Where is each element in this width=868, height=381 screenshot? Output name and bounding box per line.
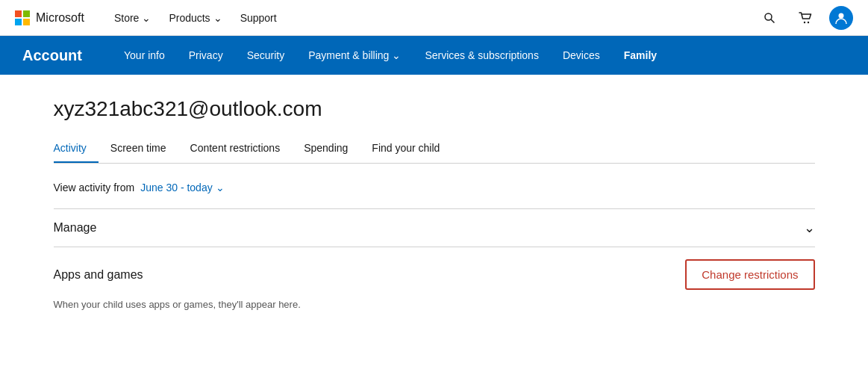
search-icon (764, 12, 775, 24)
apps-games-description: When your child uses apps or games, they… (54, 299, 815, 310)
apps-games-section: Apps and games Change restrictions When … (54, 247, 815, 310)
apps-games-row: Apps and games Change restrictions (54, 259, 815, 290)
account-nav-security[interactable]: Security (235, 36, 297, 75)
user-email: xyz321abc321@outlook.com (54, 97, 815, 121)
account-nav-links: Your info Privacy Security Payment & bil… (112, 36, 853, 75)
tab-spending[interactable]: Spending (304, 136, 360, 163)
top-nav-icons (758, 6, 853, 30)
cart-icon (799, 12, 812, 24)
chevron-down-icon: ⌄ (804, 220, 815, 236)
date-filter-button[interactable]: June 30 - today ⌄ (140, 182, 225, 193)
brand-name: Microsoft (36, 11, 84, 25)
chevron-down-icon: ⌄ (142, 12, 151, 24)
tab-find-your-child[interactable]: Find your child (372, 136, 452, 163)
account-brand: Account (15, 47, 90, 64)
svg-point-4 (839, 13, 844, 18)
manage-section[interactable]: Manage ⌄ (54, 208, 815, 247)
cart-button[interactable] (793, 6, 817, 30)
view-activity-row: View activity from June 30 - today ⌄ (54, 182, 815, 193)
account-nav-services[interactable]: Services & subscriptions (413, 36, 551, 75)
nav-store[interactable]: Store ⌄ (107, 9, 158, 27)
account-nav-devices[interactable]: Devices (551, 36, 612, 75)
microsoft-logo-icon (15, 10, 30, 25)
apps-games-label: Apps and games (54, 268, 143, 282)
account-nav-billing[interactable]: Payment & billing ⌄ (296, 36, 413, 75)
svg-point-0 (765, 13, 772, 20)
sub-tabs: Activity Screen time Content restriction… (54, 136, 815, 164)
tab-activity[interactable]: Activity (54, 136, 99, 163)
svg-point-3 (808, 21, 809, 22)
tab-screen-time[interactable]: Screen time (110, 136, 178, 163)
change-restrictions-button[interactable]: Change restrictions (685, 259, 814, 290)
top-nav-links: Store ⌄ Products ⌄ Support (107, 9, 758, 27)
person-icon (834, 11, 848, 25)
top-nav: Microsoft Store ⌄ Products ⌄ Support (0, 0, 868, 36)
chevron-down-icon: ⌄ (392, 49, 401, 61)
nav-products[interactable]: Products ⌄ (161, 9, 229, 27)
user-avatar[interactable] (829, 6, 853, 30)
logo-area[interactable]: Microsoft (15, 10, 84, 25)
account-nav-yourinfo[interactable]: Your info (112, 36, 177, 75)
account-nav: Account Your info Privacy Security Payme… (0, 36, 868, 75)
account-nav-privacy[interactable]: Privacy (177, 36, 235, 75)
svg-line-1 (771, 19, 775, 23)
chevron-down-icon: ⌄ (216, 182, 225, 193)
nav-support[interactable]: Support (233, 9, 284, 27)
tab-content-restrictions[interactable]: Content restrictions (190, 136, 293, 163)
svg-point-2 (804, 21, 805, 22)
search-button[interactable] (758, 6, 781, 30)
chevron-down-icon: ⌄ (213, 12, 222, 24)
view-activity-label: View activity from (54, 182, 135, 193)
account-nav-family[interactable]: Family (612, 36, 669, 75)
main-content: xyz321abc321@outlook.com Activity Screen… (24, 75, 845, 332)
manage-label: Manage (54, 221, 97, 235)
